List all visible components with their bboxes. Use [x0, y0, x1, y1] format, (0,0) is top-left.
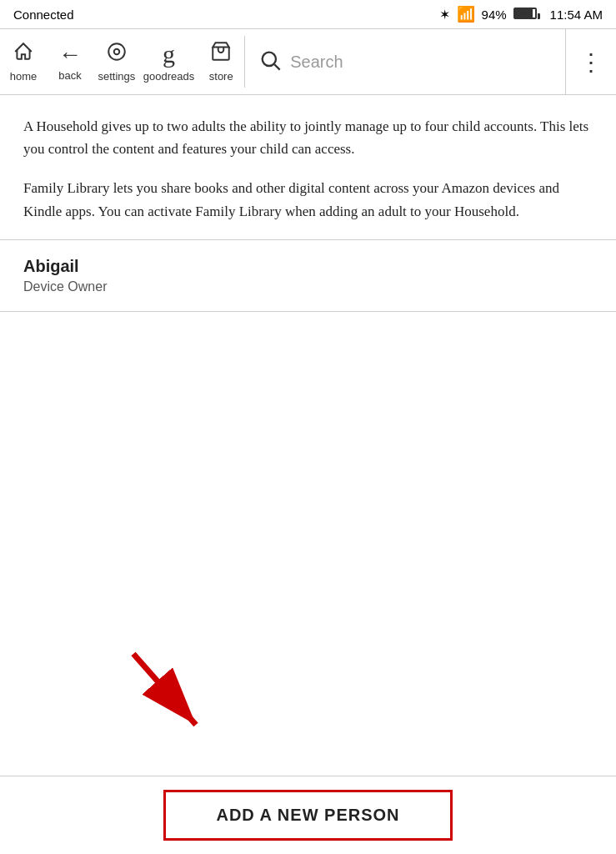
status-bar: Connected ✶ 📶 94% 11:54 AM	[0, 0, 616, 28]
back-icon: ←	[58, 43, 82, 66]
svg-line-5	[133, 654, 196, 725]
user-name: Abigail	[23, 257, 593, 276]
search-placeholder: Search	[290, 53, 343, 72]
main-content: A Household gives up to two adults the a…	[0, 95, 616, 312]
bottom-bar: ADD A NEW PERSON	[0, 776, 616, 854]
connection-status: Connected	[13, 8, 74, 22]
nav-back[interactable]: ← back	[47, 29, 93, 94]
svg-point-2	[263, 53, 276, 66]
time-display: 11:54 AM	[550, 8, 603, 22]
nav-settings[interactable]: settings	[93, 29, 140, 94]
nav-goodreads[interactable]: g goodreads	[140, 29, 198, 94]
user-role: Device Owner	[23, 279, 593, 294]
toolbar-nav: home ← back settings g goodreads	[0, 29, 244, 94]
svg-point-1	[114, 49, 120, 55]
home-icon	[13, 41, 34, 67]
add-new-person-button[interactable]: ADD A NEW PERSON	[163, 790, 452, 841]
nav-home-label: home	[10, 70, 38, 83]
nav-goodreads-label: goodreads	[143, 70, 194, 83]
search-icon	[258, 48, 282, 75]
bluetooth-icon: ✶	[439, 7, 450, 23]
svg-line-3	[274, 64, 279, 69]
user-section: Abigail Device Owner	[23, 240, 593, 311]
nav-store[interactable]: store	[198, 29, 244, 94]
arrow-annotation	[100, 646, 233, 746]
nav-settings-label: settings	[98, 70, 135, 83]
family-library-description: Family Library lets you share books and …	[23, 177, 593, 222]
wifi-icon: 📶	[457, 5, 475, 23]
search-bar[interactable]: Search	[245, 29, 565, 94]
more-menu-button[interactable]: ⋮	[565, 29, 616, 94]
more-icon: ⋮	[579, 48, 603, 76]
goodreads-icon: g	[163, 42, 175, 67]
nav-back-label: back	[58, 69, 81, 82]
status-right: ✶ 📶 94% 11:54 AM	[439, 5, 603, 23]
household-description: A Household gives up to two adults the a…	[23, 115, 593, 160]
battery-icon	[513, 8, 540, 22]
battery-percentage: 94%	[482, 8, 507, 22]
store-icon	[210, 41, 232, 67]
bottom-divider	[0, 311, 616, 312]
nav-home[interactable]: home	[0, 29, 47, 94]
toolbar: home ← back settings g goodreads	[0, 28, 616, 95]
nav-store-label: store	[209, 70, 233, 83]
settings-icon	[106, 41, 128, 67]
svg-point-0	[108, 43, 125, 60]
